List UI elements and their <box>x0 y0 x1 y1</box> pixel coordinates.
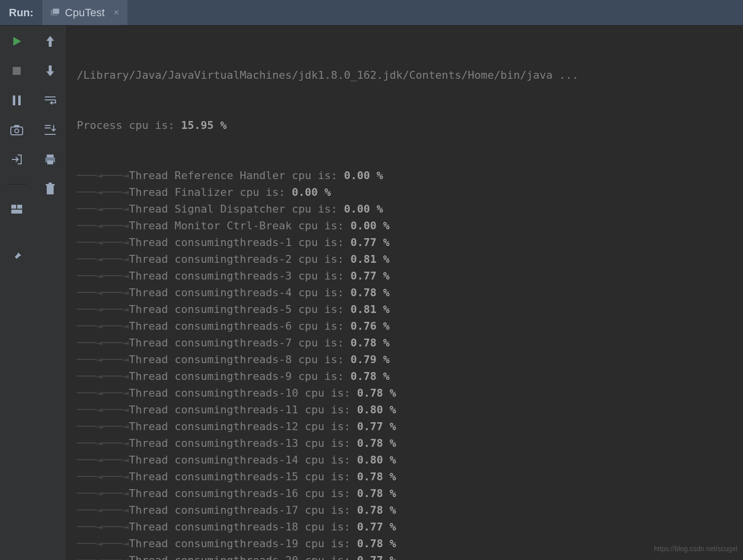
arrow-down-icon[interactable] <box>43 64 57 78</box>
thread-cpu-line: ───⇥───⇥Thread consumingthreads-16 cpu i… <box>77 485 743 502</box>
gutter-divider <box>7 184 27 185</box>
left-action-gutter-2 <box>33 26 67 560</box>
svg-point-7 <box>15 129 19 133</box>
svg-rect-5 <box>18 95 21 105</box>
svg-rect-20 <box>47 186 54 194</box>
svg-rect-1 <box>53 8 60 14</box>
pause-icon[interactable] <box>10 93 24 107</box>
thread-cpu-line: ───⇥───⇥Thread consumingthreads-8 cpu is… <box>77 351 743 368</box>
application-icon <box>50 8 60 18</box>
thread-cpu-line: ───⇥───⇥Thread Finalizer cpu is: 0.00 % <box>77 184 743 201</box>
thread-cpu-line: ───⇥───⇥Thread consumingthreads-15 cpu i… <box>77 468 743 485</box>
run-tool-window-label: Run: <box>0 0 42 25</box>
thread-cpu-line: ───⇥───⇥Thread consumingthreads-6 cpu is… <box>77 318 743 335</box>
watermark-text: https://blog.csdn.net/scugxl <box>654 540 737 557</box>
thread-cpu-line: ───⇥───⇥Thread Monitor Ctrl-Break cpu is… <box>77 218 743 234</box>
stop-icon[interactable] <box>10 64 24 78</box>
command-line: /Library/Java/JavaVirtualMachines/jdk1.8… <box>77 67 743 84</box>
svg-rect-11 <box>11 210 22 214</box>
thread-cpu-line: ───⇥───⇥Thread consumingthreads-9 cpu is… <box>77 368 743 385</box>
close-icon[interactable]: × <box>114 7 120 18</box>
play-icon[interactable] <box>10 34 24 48</box>
thread-cpu-line: ───⇥───⇥Thread consumingthreads-10 cpu i… <box>77 385 743 402</box>
thread-cpu-line: ───⇥───⇥Thread consumingthreads-13 cpu i… <box>77 435 743 452</box>
svg-rect-8 <box>14 125 19 127</box>
trash-icon[interactable] <box>43 182 57 196</box>
run-tab-cputest[interactable]: CpuTest × <box>42 0 127 25</box>
svg-rect-3 <box>13 67 21 75</box>
arrow-up-icon[interactable] <box>43 34 57 48</box>
thread-cpu-line: ───⇥───⇥Thread consumingthreads-12 cpu i… <box>77 418 743 435</box>
svg-rect-6 <box>11 127 23 135</box>
thread-cpu-line: ───⇥───⇥Thread consumingthreads-4 cpu is… <box>77 284 743 301</box>
svg-rect-19 <box>47 160 53 164</box>
scroll-to-end-icon[interactable] <box>43 123 57 137</box>
thread-cpu-line: ───⇥───⇥Thread Signal Dispatcher cpu is:… <box>77 201 743 218</box>
process-cpu-line: Process cpu is: 15.95 % <box>77 117 743 134</box>
thread-cpu-line: ───⇥───⇥Thread consumingthreads-2 cpu is… <box>77 251 743 268</box>
print-icon[interactable] <box>43 153 57 166</box>
thread-cpu-line: ───⇥───⇥Thread consumingthreads-7 cpu is… <box>77 335 743 351</box>
pin-icon[interactable] <box>10 249 24 263</box>
svg-marker-2 <box>13 37 21 46</box>
svg-rect-4 <box>13 95 15 105</box>
thread-cpu-line: ───⇥───⇥Thread consumingthreads-17 cpu i… <box>77 502 743 519</box>
left-action-gutter-1 <box>0 26 33 560</box>
thread-cpu-line: ───⇥───⇥Thread consumingthreads-19 cpu i… <box>77 535 743 552</box>
run-body: /Library/Java/JavaVirtualMachines/jdk1.8… <box>0 26 743 560</box>
run-tab-bar: Run: CpuTest × <box>0 0 743 26</box>
svg-rect-10 <box>17 205 22 209</box>
thread-cpu-line: ───⇥───⇥Thread consumingthreads-5 cpu is… <box>77 301 743 318</box>
camera-icon[interactable] <box>10 123 24 137</box>
svg-rect-9 <box>11 205 16 209</box>
console-output[interactable]: /Library/Java/JavaVirtualMachines/jdk1.8… <box>67 26 743 560</box>
soft-wrap-icon[interactable] <box>43 93 57 107</box>
thread-cpu-line: ───⇥───⇥Thread consumingthreads-1 cpu is… <box>77 234 743 251</box>
thread-cpu-line: ───⇥───⇥Thread consumingthreads-3 cpu is… <box>77 268 743 284</box>
thread-cpu-line: ───⇥───⇥Thread consumingthreads-14 cpu i… <box>77 452 743 468</box>
thread-cpu-line: ───⇥───⇥Thread consumingthreads-18 cpu i… <box>77 519 743 535</box>
thread-cpu-line: ───⇥───⇥Thread consumingthreads-20 cpu i… <box>77 552 743 560</box>
layout-icon[interactable] <box>10 202 24 216</box>
svg-rect-21 <box>46 184 55 186</box>
tab-label: CpuTest <box>65 6 105 19</box>
svg-rect-17 <box>47 155 54 157</box>
thread-cpu-line: ───⇥───⇥Thread consumingthreads-11 cpu i… <box>77 402 743 418</box>
thread-cpu-line: ───⇥───⇥Thread Reference Handler cpu is:… <box>77 167 743 184</box>
svg-rect-22 <box>49 183 52 184</box>
exit-icon[interactable] <box>10 153 24 166</box>
